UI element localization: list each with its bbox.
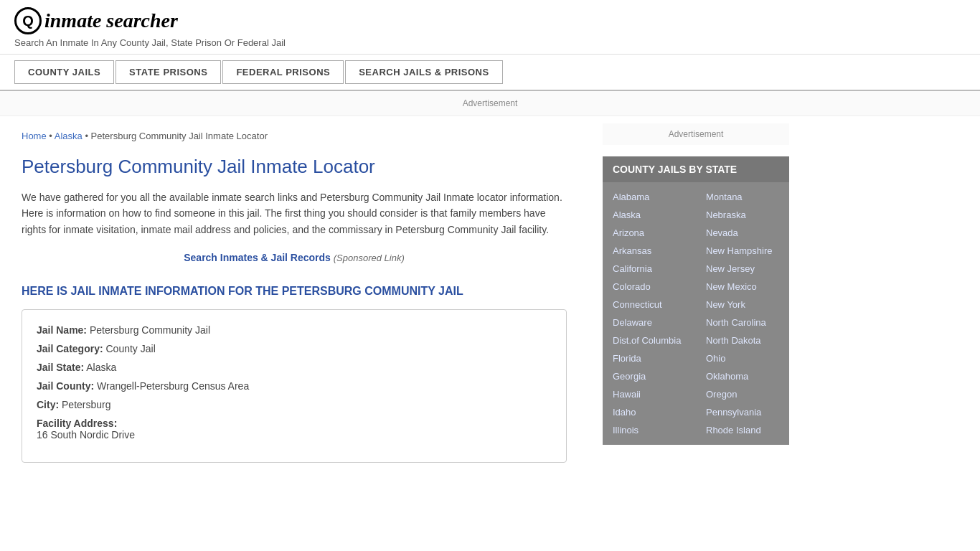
state-link[interactable]: Colorado	[603, 278, 696, 296]
jail-name-row: Jail Name: Petersburg Community Jail	[37, 324, 552, 336]
nav-state-prisons[interactable]: STATE PRISONS	[116, 60, 221, 84]
jail-info-box: Jail Name: Petersburg Community Jail Jai…	[22, 309, 567, 463]
state-link[interactable]: New Hampshire	[696, 242, 789, 260]
state-link[interactable]: North Carolina	[696, 314, 789, 331]
state-link[interactable]: New Mexico	[696, 278, 789, 296]
content-area: Home • Alaska • Petersburg Community Jai…	[0, 116, 588, 477]
breadcrumb: Home • Alaska • Petersburg Community Jai…	[22, 131, 567, 141]
state-link[interactable]: Arizona	[603, 224, 696, 242]
nav-federal-prisons[interactable]: FEDERAL PRISONS	[222, 60, 344, 84]
state-link[interactable]: Arkansas	[603, 242, 696, 260]
state-link[interactable]: Illinois	[603, 421, 696, 439]
jail-county-value: Wrangell-Petersburg Census Area	[97, 380, 249, 392]
state-link[interactable]: Montana	[696, 188, 789, 206]
state-link[interactable]: Idaho	[603, 403, 696, 421]
jail-county-row: Jail County: Wrangell-Petersburg Census …	[37, 380, 552, 392]
search-inmates-link[interactable]: Search Inmates & Jail Records	[184, 252, 331, 263]
state-link[interactable]: North Dakota	[696, 331, 789, 349]
state-link[interactable]: Oklahoma	[696, 367, 789, 385]
state-link[interactable]: New Jersey	[696, 260, 789, 278]
state-link[interactable]: Pennsylvania	[696, 403, 789, 421]
jail-category-row: Jail Category: County Jail	[37, 343, 552, 354]
jail-category-value: County Jail	[105, 343, 155, 354]
jail-name-label: Jail Name:	[37, 324, 87, 336]
state-link[interactable]: Alaska	[603, 206, 696, 224]
jail-state-label: Jail State:	[37, 362, 84, 373]
tagline: Search An Inmate In Any County Jail, Sta…	[14, 37, 966, 48]
county-jails-title: COUNTY JAILS BY STATE	[603, 156, 789, 182]
breadcrumb-home[interactable]: Home	[22, 131, 47, 141]
jail-city-label: City:	[37, 399, 59, 410]
state-link[interactable]: Dist.of Columbia	[603, 331, 696, 349]
breadcrumb-current: Petersburg Community Jail Inmate Locator	[91, 131, 268, 141]
states-grid: AlabamaMontanaAlaskaNebraskaArizonaNevad…	[603, 182, 789, 445]
site-header: Q inmate searcher Search An Inmate In An…	[0, 0, 980, 55]
state-link[interactable]: Oregon	[696, 385, 789, 403]
jail-address-label: Facility Address:	[37, 418, 552, 429]
logo-icon: Q	[14, 7, 42, 34]
state-link[interactable]: Florida	[603, 349, 696, 367]
nav-search-jails[interactable]: SEARCH JAILS & PRISONS	[345, 60, 502, 84]
jail-city-value: Petersburg	[62, 399, 110, 410]
state-link[interactable]: Nevada	[696, 224, 789, 242]
jail-state-row: Jail State: Alaska	[37, 362, 552, 373]
jail-county-label: Jail County:	[37, 380, 94, 392]
county-jails-box: COUNTY JAILS BY STATE AlabamaMontanaAlas…	[603, 156, 789, 445]
state-link[interactable]: Delaware	[603, 314, 696, 331]
nav-county-jails[interactable]: COUNTY JAILS	[14, 60, 114, 84]
sub-heading: HERE IS JAIL INMATE INFORMATION FOR THE …	[22, 285, 567, 298]
jail-address-value: 16 South Nordic Drive	[37, 429, 552, 441]
jail-address-row: Facility Address: 16 South Nordic Drive	[37, 418, 552, 441]
main-nav: COUNTY JAILS STATE PRISONS FEDERAL PRISO…	[0, 55, 980, 91]
jail-state-value: Alaska	[86, 362, 116, 373]
state-link[interactable]: Hawaii	[603, 385, 696, 403]
state-link[interactable]: Alabama	[603, 188, 696, 206]
state-link[interactable]: Connecticut	[603, 296, 696, 314]
jail-name-value: Petersburg Community Jail	[90, 324, 210, 336]
main-layout: Home • Alaska • Petersburg Community Jai…	[0, 116, 980, 477]
sidebar-ad: Advertisement	[603, 123, 789, 145]
breadcrumb-state[interactable]: Alaska	[55, 131, 83, 141]
state-link[interactable]: California	[603, 260, 696, 278]
intro-text: We have gathered for you all the availab…	[22, 189, 567, 237]
sidebar: Advertisement COUNTY JAILS BY STATE Alab…	[588, 116, 804, 477]
jail-city-row: City: Petersburg	[37, 399, 552, 410]
logo-text: inmate searcher	[44, 9, 178, 32]
state-link[interactable]: Nebraska	[696, 206, 789, 224]
jail-category-label: Jail Category:	[37, 343, 103, 354]
state-link[interactable]: Ohio	[696, 349, 789, 367]
logo[interactable]: Q inmate searcher	[14, 7, 966, 34]
state-link[interactable]: Georgia	[603, 367, 696, 385]
page-title: Petersburg Community Jail Inmate Locator	[22, 156, 567, 178]
state-link[interactable]: New York	[696, 296, 789, 314]
ad-banner: Advertisement	[0, 91, 980, 116]
state-link[interactable]: Rhode Island	[696, 421, 789, 439]
sponsored-label: (Sponsored Link)	[334, 253, 405, 263]
search-link-area: Search Inmates & Jail Records (Sponsored…	[22, 252, 567, 263]
